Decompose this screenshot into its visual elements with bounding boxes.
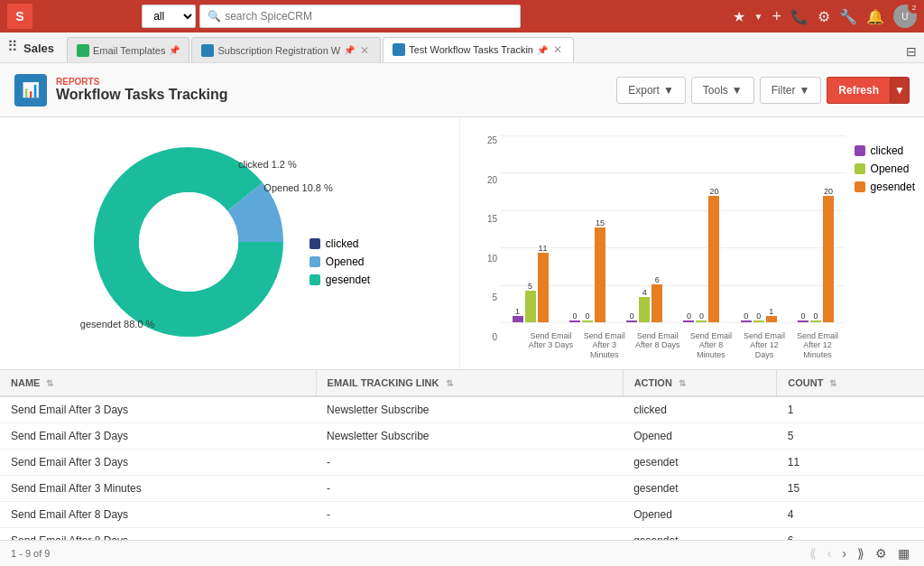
- bar-fill-2-gesendet: [595, 227, 605, 322]
- y-0: 0: [478, 332, 497, 342]
- bar-clicked-6: 0: [798, 311, 808, 322]
- bar-val-6-gesendet: 20: [824, 187, 833, 196]
- bars-row-2: 0 0 15: [569, 218, 605, 322]
- bar-fill-6-gesendet: [823, 196, 834, 322]
- y-10: 10: [478, 254, 497, 264]
- tab-bar: ⠿ Sales Email Templates 📌 Subscription R…: [0, 32, 924, 63]
- bar-group-6: 0 0 20: [790, 187, 841, 322]
- gesendet-legend-label: gesendet: [326, 274, 370, 286]
- chevron-down-icon[interactable]: ▼: [754, 12, 763, 22]
- export-button[interactable]: Export ▼: [616, 77, 686, 104]
- bar-clicked-4: 0: [683, 311, 694, 322]
- layout-button[interactable]: ▦: [894, 546, 913, 561]
- tab-close-workflow[interactable]: ✕: [551, 43, 564, 56]
- tab-list-icon[interactable]: ⊟: [906, 44, 917, 59]
- filter-label: Filter: [772, 84, 796, 97]
- bar-opened-2: 0: [582, 311, 593, 322]
- next-page-button[interactable]: ›: [838, 546, 850, 561]
- bar-val-4-opened: 0: [699, 311, 704, 320]
- bar-opened-dot: [855, 163, 865, 174]
- y-20: 20: [478, 175, 497, 185]
- tab-subscription-reg[interactable]: Subscription Registration W 📌 ✕: [191, 37, 381, 62]
- x-label-3: Send EmailAfter 8 Days: [633, 331, 681, 360]
- tools-button[interactable]: Tools ▼: [691, 77, 754, 104]
- table-footer: 1 - 9 of 9 ⟪ ‹ › ⟫ ⚙ ▦: [0, 540, 924, 566]
- bar-val-1-gesendet: 11: [539, 244, 548, 253]
- bar-section: 25 20 15 10 5 0: [460, 117, 924, 369]
- bar-y-axis: 25 20 15 10 5 0: [478, 126, 501, 360]
- bar-legend-clicked: clicked: [855, 144, 915, 157]
- bar-legend-opened: Opened: [855, 162, 915, 175]
- legend-opened: Opened: [310, 255, 370, 268]
- bar-gesendet-4: 20: [708, 187, 719, 322]
- top-navbar: S all 🔍 ★ ▼ + 📞 ⚙ 🔧 🔔 U 2: [0, 0, 924, 32]
- clicked-dot: [310, 238, 320, 249]
- col-count: COUNT ⇅: [777, 370, 924, 396]
- prev-page-button[interactable]: ‹: [824, 546, 836, 561]
- bar-val-3-gesendet: 6: [655, 275, 660, 284]
- x-label-1: Send EmailAfter 3 Days: [527, 331, 575, 360]
- settings-table-button[interactable]: ⚙: [872, 546, 891, 561]
- sort-icon-link[interactable]: ⇅: [446, 378, 453, 388]
- refresh-split-arrow[interactable]: ▼: [890, 77, 910, 104]
- cell-link: Newsletter Subscribe: [316, 396, 623, 423]
- search-input[interactable]: [225, 10, 513, 23]
- gesendet-dot: [310, 274, 320, 285]
- bar-fill-4-opened: [696, 320, 707, 322]
- tools-label: Tools: [703, 84, 728, 97]
- settings-icon[interactable]: ⚙: [818, 8, 830, 25]
- opened-dot: [310, 256, 320, 267]
- bookmark-icon[interactable]: ★: [733, 8, 745, 25]
- tab-email-templates[interactable]: Email Templates 📌: [67, 37, 190, 62]
- tab-workflow-label: Test Workflow Tasks Trackin: [409, 44, 533, 55]
- search-filter-select[interactable]: all: [142, 5, 196, 28]
- bar-group-4: 0 0 20: [676, 187, 727, 322]
- cell-link: -: [316, 476, 623, 502]
- cell-action: clicked: [623, 396, 777, 423]
- cell-name: Send Email After 3 Days: [0, 423, 316, 450]
- page-header: 📊 REPORTS Workflow Tasks Tracking Export…: [0, 63, 924, 117]
- first-page-button[interactable]: ⟪: [806, 546, 820, 561]
- cell-count: 1: [777, 396, 924, 423]
- bar-val-4-clicked: 0: [687, 311, 691, 320]
- bar-fill-3-opened: [639, 297, 650, 322]
- bar-chart-legend: clicked Opened gesendet: [855, 144, 915, 360]
- sort-icon-name[interactable]: ⇅: [46, 378, 53, 388]
- tab-close-subscription[interactable]: ✕: [358, 44, 371, 57]
- sort-icon-action[interactable]: ⇅: [679, 378, 686, 388]
- workflow-icon: [393, 43, 405, 56]
- x-label-2: Send EmailAfter 3Minutes: [580, 331, 628, 360]
- bar-opened-5: 0: [753, 311, 764, 322]
- phone-icon[interactable]: 📞: [790, 8, 808, 25]
- table-body: Send Email After 3 Days Newsletter Subsc…: [0, 396, 924, 540]
- filter-chevron-icon: ▼: [799, 84, 809, 97]
- bar-opened-label: Opened: [871, 162, 910, 175]
- last-page-button[interactable]: ⟫: [854, 546, 868, 561]
- opened-label: Opened 10.8 %: [263, 182, 332, 193]
- cell-name: Send Email After 8 Days: [0, 528, 316, 541]
- tab-workflow-tasks[interactable]: Test Workflow Tasks Trackin 📌 ✕: [383, 37, 574, 62]
- breadcrumb: REPORTS: [56, 77, 228, 87]
- bar-fill-1-clicked: [513, 316, 523, 322]
- refresh-button[interactable]: Refresh: [827, 77, 890, 104]
- page-header-left: 📊 REPORTS Workflow Tasks Tracking: [14, 74, 228, 107]
- bell-icon[interactable]: 🔔: [866, 8, 884, 25]
- plus-icon[interactable]: +: [772, 7, 781, 26]
- sort-icon-count[interactable]: ⇅: [829, 378, 836, 388]
- bar-val-1-opened: 5: [528, 282, 532, 291]
- cell-count: 15: [777, 476, 924, 502]
- bar-clicked-dot: [855, 145, 865, 156]
- apps-grid-icon[interactable]: ⠿: [7, 38, 18, 62]
- donut-chart-svg: [89, 143, 288, 341]
- filter-button[interactable]: Filter ▼: [760, 77, 822, 104]
- bar-fill-2-opened: [582, 320, 593, 322]
- bar-clicked-1: 1: [513, 307, 523, 322]
- gear-icon[interactable]: 🔧: [839, 8, 857, 25]
- avatar[interactable]: U 2: [893, 5, 917, 28]
- bar-gesendet-dot: [855, 181, 865, 192]
- spice-logo[interactable]: S: [7, 4, 32, 29]
- page-icon: 📊: [14, 74, 47, 107]
- bar-clicked-2: 0: [569, 311, 580, 322]
- bar-opened-1: 5: [525, 282, 536, 322]
- bars-row-4: 0 0 20: [683, 187, 719, 322]
